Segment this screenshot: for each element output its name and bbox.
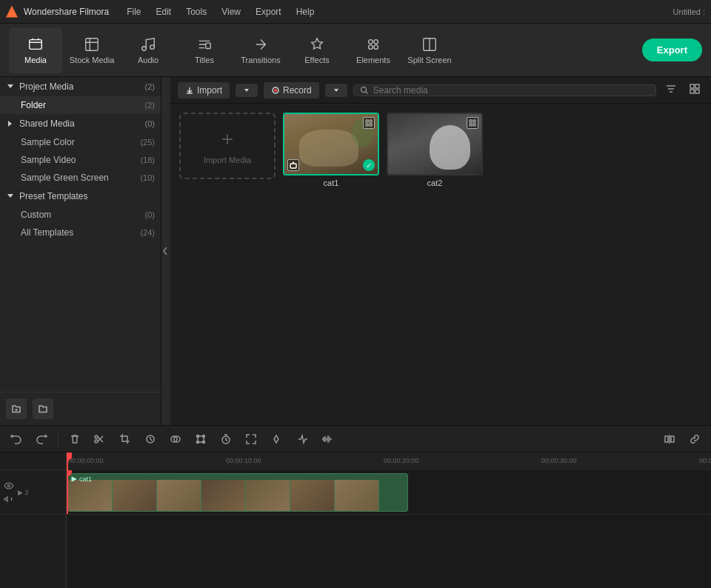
cut-button[interactable] xyxy=(90,429,110,450)
transform-button[interactable] xyxy=(190,429,211,450)
svg-rect-37 xyxy=(665,436,668,442)
import-button[interactable]: Import xyxy=(178,82,230,98)
crop-button[interactable] xyxy=(115,429,136,450)
keyframe-button[interactable] xyxy=(266,429,287,450)
toolbar-transitions-label: Transitions xyxy=(241,56,280,64)
timeline-section: ▶ 2 00:00:00:00 00:00:10:00 00:00:20:00 … xyxy=(0,425,711,588)
import-label: Import xyxy=(197,85,222,96)
redo-button[interactable] xyxy=(31,429,52,450)
timer-button[interactable] xyxy=(216,429,236,450)
toolbar-audio[interactable]: Audio xyxy=(121,27,175,73)
toolbar-titles[interactable]: Titles xyxy=(178,27,231,73)
titles-icon xyxy=(196,36,213,53)
svg-point-3 xyxy=(150,44,155,48)
menu-export[interactable]: Export xyxy=(250,5,287,19)
search-input[interactable] xyxy=(373,85,650,96)
record-label: Record xyxy=(283,85,312,96)
ruler-header-spacer xyxy=(0,452,66,470)
sidebar-preset-templates[interactable]: Preset Templates xyxy=(0,187,161,206)
track-visibility-icon[interactable] xyxy=(3,480,15,492)
dropdown-arrow-icon xyxy=(243,87,250,94)
transform-icon xyxy=(195,433,207,445)
sidebar-all-templates[interactable]: All Templates (24) xyxy=(0,224,161,241)
media-item-cat2[interactable]: cat2 xyxy=(387,113,483,187)
track-label-area: ▶ 2 xyxy=(18,489,29,496)
toolbar-stock-label: Stock Media xyxy=(70,56,115,64)
media-icon xyxy=(27,36,44,53)
svg-point-34 xyxy=(197,441,199,443)
stabilize-button[interactable] xyxy=(140,429,161,450)
custom-label: Custom xyxy=(21,210,51,220)
media-panel: Import Record xyxy=(170,77,711,425)
project-media-label: Project Media xyxy=(19,81,145,92)
svg-rect-24 xyxy=(470,124,472,126)
svg-rect-20 xyxy=(370,124,372,126)
fit-button[interactable] xyxy=(241,429,261,450)
sidebar-collapse-handle[interactable] xyxy=(161,77,170,425)
menu-edit[interactable]: Edit xyxy=(150,5,178,19)
menu-view[interactable]: View xyxy=(216,5,247,19)
delete-folder-icon xyxy=(38,404,48,414)
toolbar-effects[interactable]: Effects xyxy=(290,27,344,73)
filter-button[interactable] xyxy=(662,81,680,98)
menu-file[interactable]: File xyxy=(121,5,147,19)
undo-button[interactable] xyxy=(6,429,27,450)
menu-help[interactable]: Help xyxy=(290,5,321,19)
sample-green-screen-count: (10) xyxy=(140,173,155,182)
export-button[interactable]: Export xyxy=(642,39,702,61)
preset-templates-label: Preset Templates xyxy=(19,191,155,201)
sample-video-count: (18) xyxy=(140,156,155,164)
toolbar-elements[interactable]: Elements xyxy=(347,27,400,73)
sidebar-sample-green-screen[interactable]: Sample Green Screen (10) xyxy=(0,169,161,187)
color-match-button[interactable] xyxy=(165,429,186,450)
link-button[interactable] xyxy=(684,429,705,450)
svg-rect-0 xyxy=(30,39,42,49)
svg-rect-4 xyxy=(206,43,210,48)
plus-icon: + xyxy=(221,127,233,151)
sample-video-label: Sample Video xyxy=(21,155,76,165)
link-icon xyxy=(689,433,701,445)
toolbar-transitions[interactable]: Transitions xyxy=(234,27,287,73)
toolbar-stock-media[interactable]: Stock Media xyxy=(65,27,118,73)
sidebar-sample-color[interactable]: Sample Color (25) xyxy=(0,133,161,151)
grid-view-button[interactable] xyxy=(686,81,704,98)
svg-rect-18 xyxy=(370,120,372,122)
record-dropdown-button[interactable] xyxy=(325,84,347,97)
menubar: File Edit Tools View Export Help xyxy=(121,5,320,19)
import-dropdown-button[interactable] xyxy=(236,84,258,97)
sidebar-shared-media[interactable]: Shared Media (0) xyxy=(0,114,161,133)
import-media-tile[interactable]: + Import Media xyxy=(179,113,276,179)
svg-point-33 xyxy=(203,435,205,437)
sidebar-sample-video[interactable]: Sample Video (18) xyxy=(0,151,161,169)
snap-button[interactable] xyxy=(659,429,680,450)
new-folder-button[interactable] xyxy=(6,398,27,419)
search-icon xyxy=(360,86,369,95)
timeline-track-headers: ▶ 2 xyxy=(0,452,67,588)
video-clip-cat1[interactable]: cat1 xyxy=(67,473,408,512)
sidebar-custom[interactable]: Custom (0) xyxy=(0,206,161,224)
audio-off-icon xyxy=(4,494,14,504)
media-item-cat1[interactable]: ✓ cat1 xyxy=(283,113,379,187)
delete-folder-button[interactable] xyxy=(33,398,53,419)
search-bar xyxy=(353,84,656,96)
timeline-ruler[interactable]: 00:00:00:00 00:00:10:00 00:00:20:00 00:0… xyxy=(67,452,711,470)
audio-stretch-button[interactable] xyxy=(316,429,337,450)
svg-point-26 xyxy=(95,435,98,438)
grid-small-icon xyxy=(365,119,373,127)
record-button[interactable]: Record xyxy=(264,82,319,98)
svg-rect-21 xyxy=(290,164,296,168)
svg-point-35 xyxy=(203,441,205,443)
sidebar-project-media[interactable]: Project Media (2) xyxy=(0,77,161,96)
import-media-label: Import Media xyxy=(204,156,251,164)
sidebar-folder[interactable]: Folder (2) xyxy=(0,96,161,114)
timer-icon xyxy=(220,433,232,445)
toolbar-split-screen[interactable]: Split Screen xyxy=(403,27,456,73)
menu-tools[interactable]: Tools xyxy=(180,5,213,19)
folder-label: Folder xyxy=(21,100,46,110)
svg-point-11 xyxy=(274,89,277,92)
auto-color-button[interactable] xyxy=(291,429,312,450)
delete-button[interactable] xyxy=(64,429,85,450)
svg-rect-1 xyxy=(86,38,99,50)
track-mute-icon[interactable] xyxy=(3,493,15,505)
toolbar-media[interactable]: Media xyxy=(9,27,62,73)
